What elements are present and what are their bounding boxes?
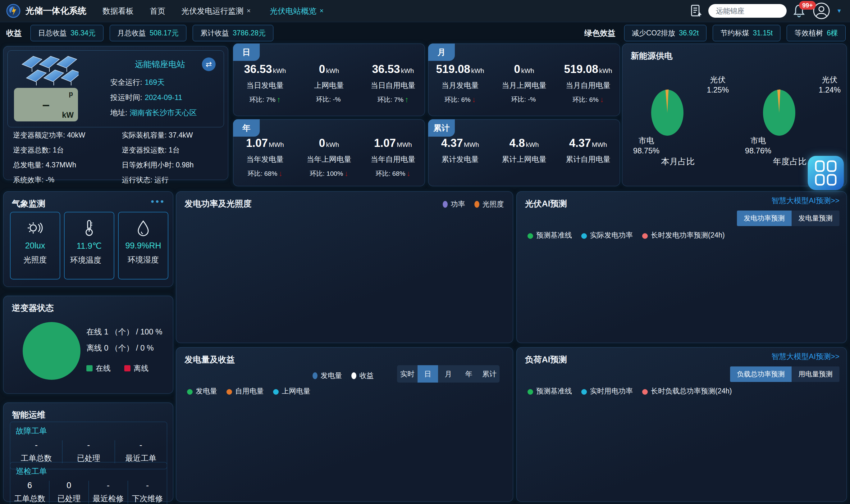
generation-revenue-chart xyxy=(176,396,513,496)
nav-item-home[interactable]: 首页 xyxy=(150,6,165,16)
pill-value: 508.17元 xyxy=(150,28,179,38)
report-icon[interactable] xyxy=(690,4,702,18)
legend-offline: 离线 xyxy=(124,363,148,373)
revenue-stats: 收益 日总收益 36.34元 月总收益 508.17元 累计收益 3786.28… xyxy=(6,24,273,42)
consumption-forecast-button[interactable]: 用电量预测 xyxy=(792,366,839,382)
temperature-card[interactable]: 11.9℃ 环境温度 xyxy=(64,212,114,280)
ai-model-link[interactable]: 智慧大模型AI预测>> xyxy=(772,352,839,361)
legend-gridfeed: 上网电量 xyxy=(273,386,311,396)
more-menu-icon[interactable]: ••• xyxy=(151,196,165,207)
period-badge: 日 xyxy=(233,43,260,61)
ops-item: -最近工单 xyxy=(114,440,167,463)
solar-panels-image xyxy=(20,54,78,86)
pill-label: 减少CO2排放 xyxy=(632,28,675,38)
pv-forecast-buttons: 发电功率预测 发电量预测 xyxy=(737,211,839,226)
smart-ops-panel: 智能运维 故障工单 -工单总数 -已处理 -最近工单 巡检工单 6工单总数 0已… xyxy=(3,402,173,502)
pv-share-label: 光伏1.25% xyxy=(707,74,729,95)
legend-revenue: 收益 xyxy=(351,371,374,380)
notification-badge: 99+ xyxy=(799,1,816,10)
search-input[interactable] xyxy=(708,4,786,18)
load-ai-chart xyxy=(516,394,847,502)
tab-month[interactable]: 月 xyxy=(438,365,459,382)
power-irradiance-chart xyxy=(176,210,513,340)
stat-item: 实际装机容量: 37.4kW xyxy=(122,130,221,140)
gen-top-legend: 发电量 收益 xyxy=(313,371,374,380)
revenue-title: 收益 xyxy=(6,28,22,38)
tab-total[interactable]: 累计 xyxy=(479,365,499,382)
info-row: 安全运行:169天 xyxy=(110,77,197,87)
monthly-revenue-pill[interactable]: 月总收益 508.17元 xyxy=(110,25,187,41)
station-name: 远能锦座电站 xyxy=(113,59,207,70)
metric: 519.08kWh 当月发电量 环比: 6%↓ xyxy=(428,63,492,104)
tab-day[interactable]: 日 xyxy=(418,365,438,382)
power-forecast-button[interactable]: 发电功率预测 xyxy=(737,211,792,226)
green-benefit-title: 绿色效益 xyxy=(584,28,616,38)
app-title: 光储一体化系统 xyxy=(25,5,86,17)
metric: 4.37MWh 累计发电量 xyxy=(428,137,492,164)
tab-station-overview[interactable]: 光伏电站概览 × xyxy=(270,6,324,16)
power-irradiance-panel: 发电功率及光照度 功率 光照度 xyxy=(176,191,513,343)
pv-share-label: 光伏1.24% xyxy=(819,74,841,95)
tab-label: 光伏电站概览 xyxy=(270,6,317,16)
pill-value: 6棵 xyxy=(827,28,838,38)
panel-title: 智能运维 xyxy=(12,409,46,420)
tab-realtime[interactable]: 实时 xyxy=(397,365,418,382)
dashboard-root: 光储一体化系统 数据看板 首页 光伏发电运行监测 × 光伏电站概览 × xyxy=(0,0,850,504)
irradiance-value: 20lux xyxy=(11,241,60,251)
stat-item: 运行状态: 运行 xyxy=(122,175,221,185)
panel-title: 光伏AI预测 xyxy=(525,198,567,209)
gauge-unit: kW xyxy=(62,111,74,120)
chevron-down-icon[interactable]: ▼ xyxy=(836,8,842,14)
close-icon[interactable]: × xyxy=(320,7,324,15)
total-revenue-pill[interactable]: 累计收益 3786.28元 xyxy=(193,25,273,41)
month-energy-card: 月 519.08kWh 当月发电量 环比: 6%↓ 0kWh 当月上网电量 环比… xyxy=(428,43,620,116)
droplet-icon xyxy=(135,219,152,237)
legend-gen: 发电量 xyxy=(187,386,217,396)
close-icon[interactable]: × xyxy=(247,7,251,15)
trees-pill[interactable]: 等效植树 6棵 xyxy=(786,25,846,41)
metric: 1.07MWh 当年自用电量 环比: 68%↓ xyxy=(361,137,425,178)
metric: 0kWh 上网电量 环比: -% xyxy=(297,63,361,104)
station-info-panel: p – kW 远能锦座电站 ⇄ 安全运行:169天 投运时间:2024-09-1… xyxy=(3,46,228,180)
tab-year[interactable]: 年 xyxy=(459,365,479,382)
offline-count: 离线 0 （个） / 0 % xyxy=(86,343,154,353)
legend-generation: 发电量 xyxy=(313,371,342,380)
stat-item: 逆变器投运数: 1台 xyxy=(122,145,221,155)
fault-orders-title: 故障工单 xyxy=(16,426,167,436)
stat-item: 逆变器额定功率: 40kW xyxy=(13,130,122,140)
tab-label: 光伏发电运行监测 xyxy=(181,6,244,16)
humidity-value: 99.9%RH xyxy=(119,241,168,251)
temperature-value: 11.9℃ xyxy=(65,241,114,251)
gen-series-legend: 发电量 自用电量 上网电量 xyxy=(187,386,311,396)
notifications[interactable]: 99+ xyxy=(793,3,807,18)
co2-pill[interactable]: 减少CO2排放 36.92t xyxy=(624,25,707,41)
coal-pill[interactable]: 节约标煤 31.15t xyxy=(713,25,780,41)
online-count: 在线 1 （个） / 100 % xyxy=(86,327,162,337)
metric: 4.37MWh 累计自用电量 xyxy=(556,137,620,164)
metric: 519.08kWh 当月自用电量 环比: 6%↓ xyxy=(556,63,620,104)
period-badge: 累计 xyxy=(428,119,455,137)
panel-title: 发电量及收益 xyxy=(184,354,235,365)
tab-pv-monitoring[interactable]: 光伏发电运行监测 × xyxy=(181,6,251,16)
metric: 0kWh 当年上网电量 环比: 100%↓ xyxy=(297,137,361,178)
apps-grid-button[interactable] xyxy=(808,156,844,190)
ai-model-link[interactable]: 智慧大模型AI预测>> xyxy=(772,196,839,205)
pill-label: 日总收益 xyxy=(38,28,67,38)
load-power-forecast-button[interactable]: 负载总功率预测 xyxy=(730,366,792,382)
grid-share-label: 市电98.75% xyxy=(633,136,659,156)
nav-item-dashboard[interactable]: 数据看板 xyxy=(103,6,134,16)
pill-value: 3786.28元 xyxy=(233,28,266,38)
grid-apps-icon xyxy=(815,160,837,186)
ops-item: -已处理 xyxy=(62,440,114,463)
pv-ai-panel: 光伏AI预测 智慧大模型AI预测>> 发电功率预测 发电量预测 预测基准线 实际… xyxy=(516,191,847,343)
energy-forecast-button[interactable]: 发电量预测 xyxy=(792,211,839,226)
info-row: 地址:湖南省长沙市天心区 xyxy=(110,108,197,118)
switch-station-button[interactable]: ⇄ xyxy=(202,57,216,71)
pv-ai-chart xyxy=(516,238,847,341)
legend-power: 功率 xyxy=(443,199,465,209)
irradiance-card[interactable]: 20lux 光照度 xyxy=(10,212,60,280)
daily-revenue-pill[interactable]: 日总收益 36.34元 xyxy=(31,25,104,41)
stat-item: 日等效利用小时: 0.98h xyxy=(122,160,221,170)
humidity-label: 环境湿度 xyxy=(119,254,168,265)
humidity-card[interactable]: 99.9%RH 环境湿度 xyxy=(118,212,169,280)
